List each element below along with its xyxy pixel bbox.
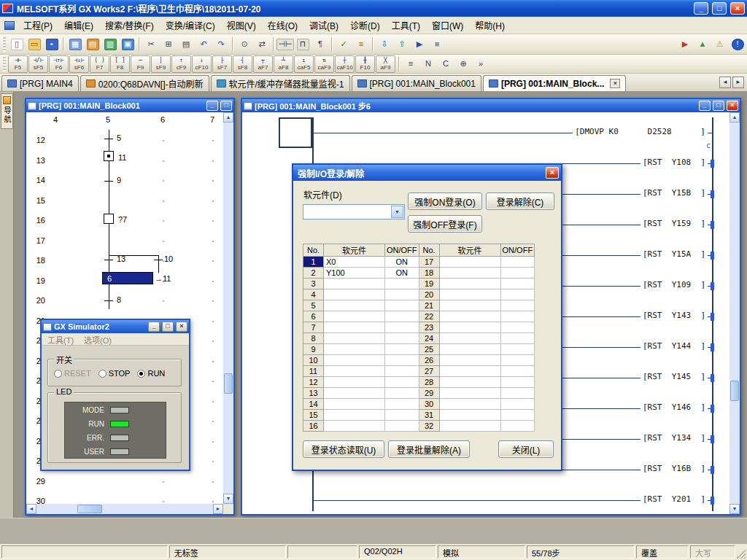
fio-row-number[interactable]: 29 (419, 388, 439, 399)
fio-device-cell[interactable] (324, 311, 385, 322)
switch-radio-stop[interactable]: STOP (98, 369, 131, 378)
sfc-transition[interactable] (154, 260, 163, 260)
menu-help[interactable]: 帮助(H) (469, 17, 511, 34)
fio-row-number[interactable]: 8 (303, 333, 324, 344)
scrollbar-thumb[interactable] (77, 505, 102, 513)
fio-row-number[interactable]: 11 (303, 366, 324, 377)
program-check-button[interactable]: ✓ (335, 36, 352, 53)
simulator-titlebar[interactable]: GX Simulator2 _ □ × (42, 320, 189, 333)
tab-close-icon[interactable]: × (610, 79, 620, 88)
fio-onoff-cell[interactable] (500, 377, 535, 388)
sfc-step-selected[interactable]: 6 (102, 272, 153, 284)
force-on-register-button[interactable]: 强制ON登录(O) (408, 192, 482, 210)
fio-device-cell[interactable] (439, 410, 500, 421)
navigation-tab[interactable]: 导航 (1, 93, 13, 129)
fio-row-number[interactable]: 5 (303, 300, 324, 311)
ladder-cursor-cell[interactable] (279, 117, 312, 148)
sfc-transition[interactable] (104, 300, 113, 301)
fio-onoff-cell[interactable] (500, 333, 535, 344)
menu-tools[interactable]: 工具(T) (386, 17, 426, 34)
fio-device-cell[interactable] (324, 366, 385, 377)
ladder-key-sF9-button[interactable]: │sF9 (151, 55, 171, 73)
scrollbar-thumb[interactable] (730, 381, 739, 401)
ladder-key-aF9-button[interactable]: ╳aF9 (376, 55, 395, 73)
fio-row-number[interactable]: 32 (419, 421, 439, 432)
fio-row-number[interactable]: 9 (303, 344, 324, 355)
simulator-minimize-button[interactable]: _ (148, 322, 160, 332)
ladder-key-caF5-button[interactable]: ↥caF5 (294, 55, 314, 73)
fio-row-number[interactable]: 15 (303, 410, 324, 421)
ladder-close-button[interactable]: × (727, 101, 738, 111)
sfc-maximize-button[interactable]: □ (220, 101, 232, 111)
fio-onoff-cell[interactable] (385, 289, 419, 300)
menu-find-replace[interactable]: 搜索/替换(F) (99, 17, 160, 34)
document-tab-3[interactable]: 软元件/缓冲存储器批量监视-1 (211, 75, 350, 91)
ladder-key-sF8-button[interactable]: ┤sF8 (233, 55, 252, 73)
fio-row-number[interactable]: 19 (419, 279, 439, 289)
fio-row-number[interactable]: 22 (419, 311, 439, 322)
fio-row-number[interactable]: 30 (419, 399, 439, 410)
fio-device-cell[interactable] (439, 268, 500, 279)
fio-onoff-cell[interactable] (500, 300, 535, 311)
simulation-stop-button[interactable]: ▲ (694, 36, 711, 53)
fio-device-cell[interactable] (324, 377, 385, 388)
instruction-y201[interactable]: [RST Y201 ] (640, 494, 708, 504)
plc-write-button[interactable]: ⇩ (376, 36, 393, 53)
fio-onoff-cell[interactable] (500, 311, 535, 322)
fio-device-cell[interactable] (439, 333, 500, 344)
ladder-key-sF5-button[interactable]: ⊣/⊢sF5 (28, 55, 48, 73)
ladder-key-F8-button[interactable]: [ ]F8 (110, 55, 130, 73)
combo-dropdown-icon[interactable]: ▼ (391, 206, 403, 218)
copy-button[interactable]: ⊞ (160, 36, 177, 53)
fio-device-cell[interactable] (324, 333, 385, 344)
fio-row-number[interactable]: 1 (303, 257, 324, 268)
menu-edit[interactable]: 编辑(E) (58, 17, 99, 34)
parameter-button[interactable]: ▤ (84, 36, 101, 53)
scroll-down-icon[interactable]: ▼ (729, 504, 740, 514)
instruction-y146[interactable]: [RST Y146 ] (640, 402, 708, 412)
menu-convert-compile[interactable]: 变换/编译(C) (160, 17, 221, 34)
redo-button[interactable]: ↷ (212, 36, 230, 53)
find-button[interactable]: ⊙ (236, 36, 253, 53)
fio-row-number[interactable]: 7 (303, 322, 324, 333)
ladder-minimize-button[interactable]: _ (699, 101, 711, 111)
fio-row-number[interactable]: 14 (303, 399, 324, 410)
fio-row-number[interactable]: 25 (419, 344, 439, 355)
sfc-transition[interactable] (104, 181, 113, 182)
sfc-window-titlebar[interactable]: [PRG] 001:MAIN_Block001 _ □ (26, 99, 233, 112)
fio-onoff-cell[interactable] (500, 421, 535, 432)
monitor-start-button[interactable]: ▶ (411, 36, 428, 53)
menu-debug[interactable]: 调试(B) (303, 17, 344, 34)
scroll-left-icon[interactable]: ◄ (26, 504, 36, 514)
fio-row-number[interactable]: 26 (419, 355, 439, 366)
instruction-y109[interactable]: [RST Y109 ] (640, 280, 708, 289)
instruction-y15b[interactable]: [RST Y15B ] (640, 188, 708, 198)
fio-onoff-cell[interactable] (385, 421, 419, 432)
fio-onoff-cell[interactable] (385, 279, 419, 289)
fio-row-number[interactable]: 20 (419, 289, 439, 300)
fio-onoff-cell[interactable] (500, 410, 535, 421)
device-combobox[interactable]: ▼ (303, 204, 405, 219)
device-comment-button[interactable]: ¶ (311, 36, 329, 53)
fio-onoff-cell[interactable] (500, 279, 535, 289)
fio-device-cell[interactable] (439, 366, 500, 377)
fio-row-number[interactable]: 31 (419, 410, 439, 421)
note-button[interactable]: N (419, 55, 437, 73)
fio-row-number[interactable]: 4 (303, 289, 324, 300)
ladder-editor-button[interactable]: ⊣⊢ (276, 36, 294, 53)
close-button[interactable]: × (730, 2, 745, 15)
fio-onoff-cell[interactable] (385, 377, 419, 388)
fio-onoff-cell[interactable] (385, 366, 419, 377)
fio-onoff-cell[interactable] (500, 257, 535, 268)
toolbar-grip[interactable] (3, 37, 6, 52)
instruction-y145[interactable]: [RST Y145 ] (640, 372, 708, 381)
fio-onoff-cell[interactable]: ON (385, 257, 419, 268)
fio-device-cell[interactable] (439, 279, 500, 289)
sfc-minimize-button[interactable]: _ (206, 101, 218, 111)
ladder-key-cF10-button[interactable]: ↓cF10 (192, 55, 212, 73)
fio-device-cell[interactable]: X0 (324, 257, 385, 268)
fio-device-cell[interactable] (324, 355, 385, 366)
fio-device-cell[interactable] (439, 388, 500, 399)
instruction-y16b[interactable]: [RST Y16B ] (640, 464, 708, 473)
fio-device-cell[interactable]: Y100 (324, 268, 385, 279)
